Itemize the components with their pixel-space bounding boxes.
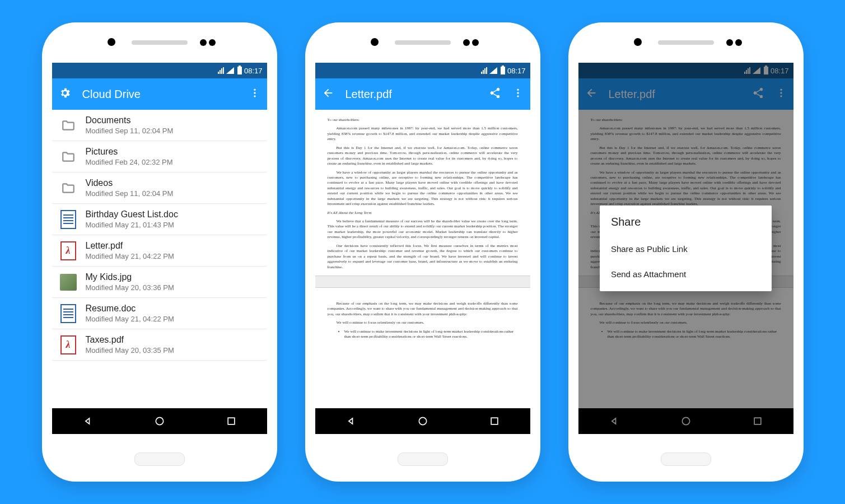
phone-camera-right [199, 38, 217, 48]
app-title: Letter.pdf [346, 88, 478, 101]
svg-point-6 [517, 92, 519, 94]
share-dialog: Share Share as Public Link Send as Attac… [600, 206, 772, 291]
phone-home-button [398, 452, 448, 466]
file-name: Letter.pdf [86, 241, 174, 251]
pdf-page-2: Because of our emphasis on the long term… [315, 288, 530, 342]
file-row[interactable]: Birthday Guest List.docModified May 21, … [52, 204, 267, 235]
share-icon[interactable] [489, 87, 501, 102]
svg-point-1 [254, 92, 255, 94]
folder-icon [60, 180, 77, 197]
file-list: DocumentsModified Sep 11, 02:04 PMPictur… [52, 110, 267, 361]
file-modified: Modified Feb 24, 02:32 PM [86, 158, 173, 166]
pdf-page-1: To our shareholders:Amazon.com passed ma… [315, 110, 530, 276]
svg-point-0 [254, 88, 255, 90]
pdf-icon: λ [60, 337, 77, 353]
phone-home-button [661, 452, 711, 466]
file-row[interactable]: Resume.docModified May 21, 04:22 PM [52, 298, 267, 329]
app-bar: Letter.pdf [315, 78, 530, 110]
doc-icon [60, 305, 77, 322]
wifi-icon [226, 67, 234, 74]
battery-icon [237, 67, 242, 74]
app-title: Cloud Drive [82, 88, 238, 101]
modal-scrim[interactable]: Share Share as Public Link Send as Attac… [578, 63, 793, 434]
page-separator [315, 276, 530, 288]
nav-back-icon[interactable] [82, 416, 94, 427]
phone-speaker [132, 40, 188, 45]
pdf-viewer[interactable]: To our shareholders:Amazon.com passed ma… [315, 110, 530, 408]
folder-icon [60, 148, 77, 165]
file-modified: Modified Sep 11, 02:04 PM [86, 127, 174, 135]
phone-mockup-viewer: 08:17 Letter.pdf To our shareholders:Ama… [305, 22, 540, 482]
nav-recent-icon[interactable] [226, 416, 237, 427]
file-row[interactable]: My Kids.jpgModified May 20, 03:36 PM [52, 267, 267, 298]
nav-home-icon[interactable] [154, 416, 165, 427]
phone-mockup-list: 08:17 Cloud Drive DocumentsModified Sep … [42, 22, 277, 482]
file-name: Taxes.pdf [86, 335, 174, 345]
overflow-menu-icon[interactable] [512, 87, 524, 101]
svg-point-7 [517, 95, 519, 97]
status-time: 08:17 [507, 67, 526, 75]
phone-home-button [134, 452, 185, 466]
file-row[interactable]: λLetter.pdfModified May 21, 04:22 PM [52, 235, 267, 267]
svg-point-2 [254, 95, 255, 97]
android-nav-bar [52, 408, 267, 434]
svg-point-8 [419, 417, 426, 424]
share-public-link-option[interactable]: Share as Public Link [611, 236, 760, 262]
file-name: Pictures [86, 147, 173, 157]
file-modified: Modified May 21, 01:43 PM [86, 221, 178, 229]
status-bar: 08:17 [52, 63, 267, 78]
phone-camera-left [106, 38, 116, 48]
file-row[interactable]: DocumentsModified Sep 11, 02:04 PM [52, 110, 267, 141]
cell-signal-icon [218, 67, 224, 74]
svg-rect-4 [228, 418, 235, 424]
phone-speaker [658, 40, 714, 45]
file-name: Videos [86, 178, 174, 188]
phone-speaker [395, 40, 451, 45]
cell-signal-icon [481, 67, 487, 74]
settings-icon[interactable] [59, 87, 71, 102]
file-row[interactable]: VideosModified Sep 11, 02:04 PM [52, 172, 267, 204]
svg-point-5 [517, 88, 519, 90]
image-thumbnail [60, 274, 77, 291]
status-bar: 08:17 [315, 63, 530, 78]
phone-camera-left [370, 38, 380, 48]
svg-rect-9 [491, 418, 498, 424]
dialog-title: Share [611, 216, 760, 228]
file-modified: Modified May 21, 04:22 PM [86, 315, 174, 323]
status-time: 08:17 [244, 67, 263, 75]
nav-recent-icon[interactable] [489, 416, 500, 427]
phone-camera-left [633, 38, 643, 48]
file-modified: Modified Sep 11, 02:04 PM [86, 189, 174, 198]
file-modified: Modified May 20, 03:35 PM [86, 346, 174, 354]
doc-icon [60, 211, 77, 228]
file-modified: Modified May 20, 03:36 PM [86, 283, 174, 292]
folder-icon [60, 117, 77, 134]
pdf-icon: λ [60, 242, 77, 259]
overflow-menu-icon[interactable] [249, 87, 260, 101]
svg-point-3 [156, 417, 163, 424]
file-name: My Kids.jpg [86, 272, 174, 282]
file-row[interactable]: λTaxes.pdfModified May 20, 03:35 PM [52, 329, 267, 361]
nav-home-icon[interactable] [417, 416, 428, 427]
file-row[interactable]: PicturesModified Feb 24, 02:32 PM [52, 141, 267, 172]
app-bar: Cloud Drive [52, 78, 267, 110]
phone-mockup-share-dialog: 08:17 Letter.pdf To our shareholders:Ama… [568, 22, 804, 482]
file-name: Documents [86, 115, 174, 125]
phone-camera-right [462, 38, 480, 48]
send-as-attachment-option[interactable]: Send as Attachment [611, 262, 760, 287]
file-modified: Modified May 21, 04:22 PM [86, 252, 174, 260]
android-nav-bar [315, 408, 530, 434]
back-icon[interactable] [322, 87, 334, 102]
phone-camera-right [725, 38, 743, 48]
wifi-icon [489, 67, 497, 74]
battery-icon [501, 67, 505, 74]
file-name: Resume.doc [86, 304, 174, 314]
file-name: Birthday Guest List.doc [86, 209, 178, 220]
nav-back-icon[interactable] [346, 416, 357, 427]
